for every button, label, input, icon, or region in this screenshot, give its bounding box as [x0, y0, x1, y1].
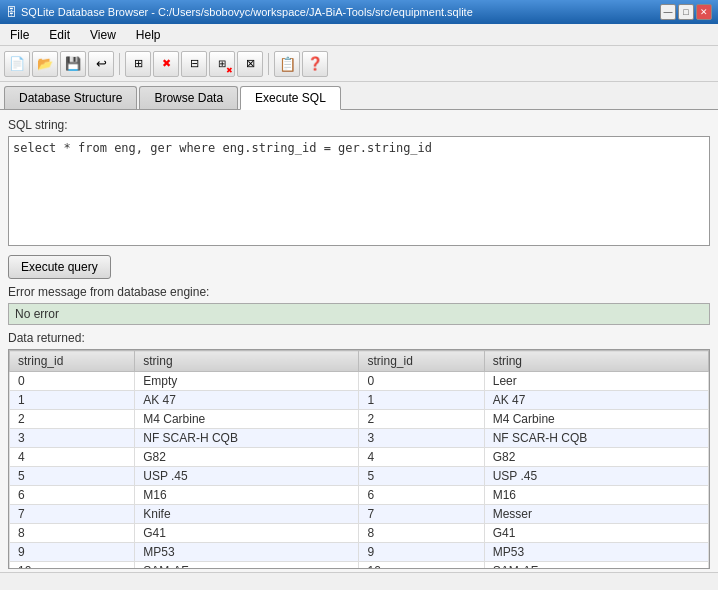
title-bar: 🗄 SQLite Database Browser - C:/Users/sbo…: [0, 0, 718, 24]
table-cell: AK 47: [484, 391, 708, 410]
table-header-row: string_id string string_id string: [10, 351, 709, 372]
table-cell: M4 Carbine: [135, 410, 359, 429]
title-bar-controls[interactable]: — □ ✕: [660, 4, 712, 20]
error-message: No error: [8, 303, 710, 325]
table-cell: 4: [359, 448, 484, 467]
table-cell: Knife: [135, 505, 359, 524]
table-cell: 3: [10, 429, 135, 448]
table-row: 8G418G41: [10, 524, 709, 543]
close-button[interactable]: ✕: [696, 4, 712, 20]
table-cell: 8: [10, 524, 135, 543]
table-cell: 6: [359, 486, 484, 505]
menu-help[interactable]: Help: [130, 26, 167, 44]
table-cell: 7: [10, 505, 135, 524]
tab-execute-sql[interactable]: Execute SQL: [240, 86, 341, 110]
table-cell: 0: [10, 372, 135, 391]
table-cell: 10: [10, 562, 135, 570]
table-cell: NF SCAR-H CQB: [484, 429, 708, 448]
table-cell: 4: [10, 448, 135, 467]
table-cell: NF SCAR-H CQB: [135, 429, 359, 448]
table-cell: M16: [484, 486, 708, 505]
table-cell: 9: [359, 543, 484, 562]
status-bar: [0, 572, 718, 590]
table-new-button[interactable]: ⊞: [125, 51, 151, 77]
toolbar: 📄 📂 💾 ↩ ⊞ ✖ ⊟ ⊞✖ ⊠ 📋 ❓: [0, 46, 718, 82]
menu-view[interactable]: View: [84, 26, 122, 44]
help-button[interactable]: ❓: [302, 51, 328, 77]
table-cell: G82: [484, 448, 708, 467]
table-cell: 8: [359, 524, 484, 543]
table-cell: 6: [10, 486, 135, 505]
table-row: 4G824G82: [10, 448, 709, 467]
app-icon: 🗄: [6, 6, 17, 18]
results-table-container[interactable]: string_id string string_id string 0Empty…: [8, 349, 710, 569]
table-cell: SAM-AF: [484, 562, 708, 570]
table-cell: MP53: [135, 543, 359, 562]
col-header-string-id-2: string_id: [359, 351, 484, 372]
table-cell: 1: [359, 391, 484, 410]
data-section-label: Data returned:: [8, 331, 710, 345]
table-row: 1AK 471AK 47: [10, 391, 709, 410]
table-cell: 2: [10, 410, 135, 429]
execute-sql-toolbar-button[interactable]: 📋: [274, 51, 300, 77]
table-delete-button[interactable]: ✖: [153, 51, 179, 77]
table-cell: 10: [359, 562, 484, 570]
col-header-string-id-1: string_id: [10, 351, 135, 372]
table-row: 6M166M16: [10, 486, 709, 505]
menu-edit[interactable]: Edit: [43, 26, 76, 44]
results-table: string_id string string_id string 0Empty…: [9, 350, 709, 569]
toolbar-separator-2: [268, 53, 269, 75]
new-button[interactable]: 📄: [4, 51, 30, 77]
open-button[interactable]: 📂: [32, 51, 58, 77]
tab-bar: Database Structure Browse Data Execute S…: [0, 82, 718, 110]
table-cell: USP .45: [484, 467, 708, 486]
table-cell: 5: [10, 467, 135, 486]
table-cell: G82: [135, 448, 359, 467]
window-title: SQLite Database Browser - C:/Users/sbobo…: [21, 6, 473, 18]
minimize-button[interactable]: —: [660, 4, 676, 20]
table-row: 10SAM-AF10SAM-AF: [10, 562, 709, 570]
tab-browse-data[interactable]: Browse Data: [139, 86, 238, 109]
execute-query-button[interactable]: Execute query: [8, 255, 111, 279]
maximize-button[interactable]: □: [678, 4, 694, 20]
table-cell: 0: [359, 372, 484, 391]
sql-input[interactable]: select * from eng, ger where eng.string_…: [8, 136, 710, 246]
revert-button[interactable]: ↩: [88, 51, 114, 77]
tab-database-structure[interactable]: Database Structure: [4, 86, 137, 109]
table-modify-button[interactable]: ⊟: [181, 51, 207, 77]
table-cell: G41: [135, 524, 359, 543]
table-row: 0Empty0Leer: [10, 372, 709, 391]
table-cell: G41: [484, 524, 708, 543]
table-cell: Empty: [135, 372, 359, 391]
table-cell: MP53: [484, 543, 708, 562]
error-section-label: Error message from database engine:: [8, 285, 710, 299]
col-header-string-2: string: [484, 351, 708, 372]
table-cell: 5: [359, 467, 484, 486]
col-header-string-1: string: [135, 351, 359, 372]
save-button[interactable]: 💾: [60, 51, 86, 77]
table-row: 9MP539MP53: [10, 543, 709, 562]
row-delete-button[interactable]: ⊠: [237, 51, 263, 77]
table-row: 5USP .455USP .45: [10, 467, 709, 486]
table-row: 2M4 Carbine2M4 Carbine: [10, 410, 709, 429]
table-cell: Leer: [484, 372, 708, 391]
table-cell: 7: [359, 505, 484, 524]
table-cell: M4 Carbine: [484, 410, 708, 429]
toolbar-separator-1: [119, 53, 120, 75]
row-new-button[interactable]: ⊞✖: [209, 51, 235, 77]
table-row: 3NF SCAR-H CQB3NF SCAR-H CQB: [10, 429, 709, 448]
table-cell: M16: [135, 486, 359, 505]
table-cell: 3: [359, 429, 484, 448]
table-cell: AK 47: [135, 391, 359, 410]
table-cell: SAM-AF: [135, 562, 359, 570]
main-content: SQL string: select * from eng, ger where…: [0, 110, 718, 577]
sql-section-label: SQL string:: [8, 118, 710, 132]
menu-file[interactable]: File: [4, 26, 35, 44]
menu-bar: File Edit View Help: [0, 24, 718, 46]
table-cell: 2: [359, 410, 484, 429]
table-row: 7Knife7Messer: [10, 505, 709, 524]
table-cell: USP .45: [135, 467, 359, 486]
table-cell: 9: [10, 543, 135, 562]
table-cell: 1: [10, 391, 135, 410]
title-bar-left: 🗄 SQLite Database Browser - C:/Users/sbo…: [6, 6, 473, 18]
